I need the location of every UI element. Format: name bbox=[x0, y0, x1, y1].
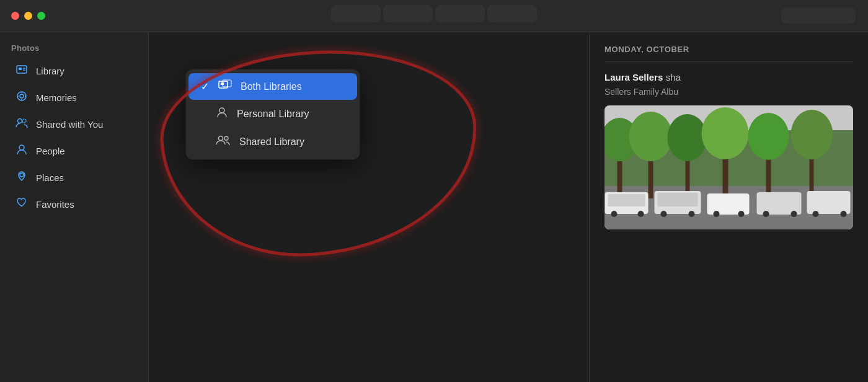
sidebar-item-shared-with-you[interactable]: Shared with You bbox=[4, 111, 144, 138]
sidebar: Photos Library bbox=[0, 32, 149, 382]
personal-library-icon bbox=[216, 106, 228, 122]
notification-author: Laura Sellers bbox=[604, 72, 663, 82]
dropdown-item-shared-library-label: Shared Library bbox=[239, 136, 304, 148]
svg-point-51 bbox=[841, 211, 847, 217]
svg-point-45 bbox=[689, 211, 695, 217]
svg-rect-1 bbox=[19, 68, 22, 70]
shared-with-you-icon bbox=[15, 117, 29, 132]
svg-point-11 bbox=[22, 119, 26, 123]
sidebar-item-people[interactable]: People bbox=[4, 138, 144, 164]
svg-point-18 bbox=[219, 136, 223, 141]
main-content: ✓ Both Libraries bbox=[149, 32, 589, 382]
toolbar-tabs bbox=[331, 5, 537, 22]
sidebar-item-memories[interactable]: Memories bbox=[4, 84, 144, 111]
close-button[interactable] bbox=[11, 12, 19, 20]
titlebar bbox=[0, 0, 868, 32]
svg-point-17 bbox=[219, 108, 224, 113]
svg-point-44 bbox=[661, 211, 667, 217]
svg-point-5 bbox=[20, 94, 24, 98]
svg-point-19 bbox=[224, 136, 228, 140]
date-label: MONDAY, OCTOBER bbox=[604, 45, 853, 62]
svg-point-46 bbox=[714, 211, 720, 217]
svg-point-34 bbox=[791, 110, 833, 159]
svg-point-12 bbox=[19, 145, 24, 150]
people-icon bbox=[15, 143, 29, 159]
minimize-button[interactable] bbox=[24, 12, 32, 20]
svg-point-30 bbox=[629, 112, 673, 161]
toolbar-tab-3[interactable] bbox=[435, 5, 485, 22]
sidebar-item-people-label: People bbox=[36, 146, 65, 156]
svg-point-4 bbox=[17, 92, 26, 100]
dropdown-item-shared-library[interactable]: Shared Library bbox=[186, 128, 360, 156]
svg-point-47 bbox=[738, 211, 745, 217]
photo-preview bbox=[604, 105, 853, 229]
checkmark-icon: ✓ bbox=[200, 81, 210, 92]
notification-album: Sellers Family Albu bbox=[604, 87, 853, 97]
toolbar-tab-1[interactable] bbox=[331, 5, 381, 22]
svg-rect-38 bbox=[658, 193, 698, 207]
right-panel: MONDAY, OCTOBER Laura Sellers sha Seller… bbox=[589, 32, 868, 382]
fullscreen-button[interactable] bbox=[37, 12, 45, 20]
favorites-icon bbox=[15, 197, 29, 212]
memories-icon bbox=[15, 90, 29, 105]
shared-library-icon bbox=[216, 134, 231, 149]
dropdown-item-both-libraries[interactable]: ✓ Both Libraries bbox=[188, 73, 357, 100]
both-libraries-icon bbox=[218, 79, 232, 94]
dropdown-item-personal-library-label: Personal Library bbox=[237, 109, 309, 120]
sidebar-section-label: Photos bbox=[0, 43, 148, 58]
svg-point-32 bbox=[702, 107, 749, 159]
sidebar-item-favorites[interactable]: Favorites bbox=[4, 191, 144, 218]
svg-point-31 bbox=[668, 114, 707, 161]
svg-rect-36 bbox=[608, 194, 645, 207]
svg-rect-41 bbox=[807, 191, 851, 214]
sidebar-item-places[interactable]: Places bbox=[4, 164, 144, 191]
library-picker-dropdown: ✓ Both Libraries bbox=[186, 69, 360, 159]
svg-point-50 bbox=[813, 211, 819, 217]
places-icon bbox=[15, 170, 29, 185]
toolbar-tab-4[interactable] bbox=[487, 5, 537, 22]
svg-point-48 bbox=[763, 211, 769, 217]
sidebar-item-library[interactable]: Library bbox=[4, 58, 144, 84]
sidebar-item-shared-with-you-label: Shared with You bbox=[36, 119, 103, 130]
svg-point-13 bbox=[20, 173, 24, 177]
svg-point-42 bbox=[611, 211, 618, 217]
search-bar[interactable] bbox=[781, 7, 856, 24]
notification-text: Laura Sellers sha bbox=[604, 72, 853, 83]
svg-rect-26 bbox=[723, 156, 728, 200]
notification-action: sha bbox=[666, 72, 681, 82]
dropdown-item-personal-library[interactable]: Personal Library bbox=[186, 100, 360, 128]
sidebar-item-memories-label: Memories bbox=[36, 92, 77, 103]
dropdown-item-both-libraries-label: Both Libraries bbox=[241, 81, 302, 92]
app-body: Photos Library bbox=[0, 32, 868, 382]
svg-point-10 bbox=[18, 119, 22, 123]
toolbar-tab-2[interactable] bbox=[383, 5, 433, 22]
traffic-lights bbox=[11, 12, 45, 20]
svg-point-49 bbox=[791, 211, 797, 217]
sidebar-item-library-label: Library bbox=[36, 66, 64, 76]
library-icon bbox=[15, 63, 29, 79]
sidebar-item-places-label: Places bbox=[36, 172, 64, 183]
svg-point-33 bbox=[748, 113, 789, 160]
sidebar-item-favorites-label: Favorites bbox=[36, 199, 74, 210]
svg-point-43 bbox=[638, 211, 644, 217]
svg-rect-24 bbox=[649, 158, 653, 198]
